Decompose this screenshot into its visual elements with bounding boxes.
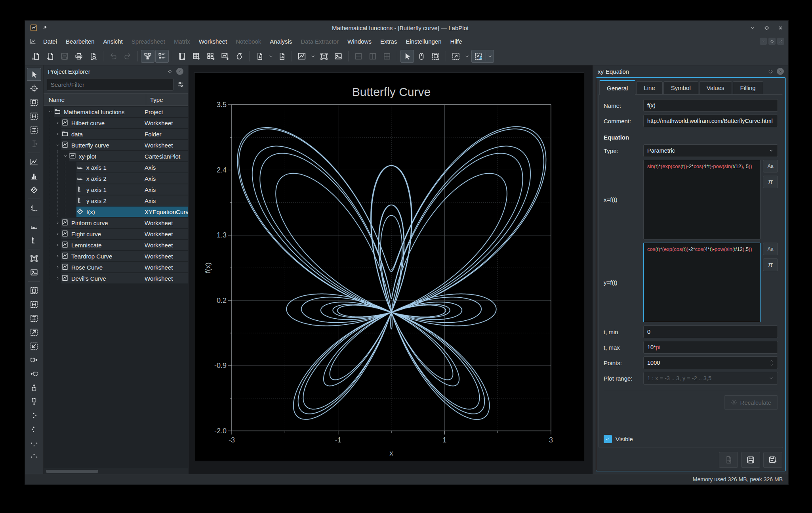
horizontal-scrollbar[interactable] xyxy=(44,469,188,474)
column-header-name[interactable]: Name xyxy=(44,94,146,105)
zoom-original-button[interactable]: 1 xyxy=(472,50,485,63)
save-as-template-button[interactable] xyxy=(763,452,782,468)
add-horizontal-axis-button[interactable] xyxy=(27,220,41,233)
scale-fit-button[interactable] xyxy=(27,450,41,463)
add-equation-curve-button[interactable] xyxy=(27,183,41,196)
select-mode-button[interactable] xyxy=(400,50,414,63)
butterfly-curve-plot[interactable]: -3-1133.52.41.30.2-0.9-2.0Butterfly Curv… xyxy=(194,73,583,460)
float-panel-icon[interactable] xyxy=(168,69,173,74)
zoom-in-y-selection-button[interactable] xyxy=(27,312,41,325)
print-preview-button[interactable] xyxy=(86,50,100,63)
add-text-label-button[interactable] xyxy=(27,252,41,265)
new-image-button[interactable] xyxy=(332,50,345,63)
t-max-field[interactable]: 10*pi xyxy=(643,341,778,354)
menu-windows[interactable]: Windows xyxy=(343,36,376,47)
toggle-project-explorer-button[interactable] xyxy=(141,50,154,63)
pin-icon[interactable] xyxy=(42,25,48,31)
export-data-button[interactable] xyxy=(275,50,288,63)
new-matrix-button[interactable] xyxy=(204,50,217,63)
minimize-button[interactable] xyxy=(750,25,756,31)
expander-icon[interactable] xyxy=(54,243,61,247)
close-button[interactable] xyxy=(778,25,783,31)
x-equation-input[interactable]: sin(t)*(exp(cos(t))-2*cos(4*t)-pow(sin(t… xyxy=(643,160,761,239)
tree-row-butterfly-curve[interactable]: Butterfly curveWorksheet xyxy=(44,140,188,150)
expander-icon[interactable] xyxy=(47,109,54,114)
menu-worksheet[interactable]: Worksheet xyxy=(194,36,231,47)
zoom-out-button[interactable] xyxy=(27,339,41,352)
mdi-close-button[interactable] xyxy=(777,38,784,45)
tree-row-piriform-curve[interactable]: Piriform curveWorksheet xyxy=(44,218,188,228)
new-project-button[interactable] xyxy=(29,50,43,63)
new-datapicker-button[interactable] xyxy=(233,50,246,63)
scale-auto-x-button[interactable] xyxy=(27,409,41,422)
expander-icon[interactable] xyxy=(62,154,69,159)
tree-row-eight-curve[interactable]: Eight curveWorksheet xyxy=(44,229,188,239)
zoom-y-selection-mode-button[interactable] xyxy=(27,123,41,136)
zoom-original[interactable]: 1 xyxy=(471,50,494,63)
tab-filling[interactable]: Filling xyxy=(733,81,763,94)
zoom-in-x-selection-button[interactable] xyxy=(27,298,41,311)
zoom-selection-mode-button[interactable] xyxy=(27,96,41,109)
comment-field[interactable]: http://mathworld.wolfram.com/ButterflyCu… xyxy=(643,115,778,127)
add-axis-button[interactable] xyxy=(27,201,41,214)
add-vertical-axis-button[interactable] xyxy=(27,234,41,247)
add-histogram-button[interactable] xyxy=(27,169,41,182)
scale-auto-button[interactable] xyxy=(27,436,41,450)
text-format-button[interactable]: Aa xyxy=(763,243,778,255)
crosshair-mode-button[interactable] xyxy=(415,50,428,63)
tab-line[interactable]: Line xyxy=(636,81,662,94)
shift-up-button[interactable] xyxy=(27,381,41,394)
open-project-button[interactable] xyxy=(44,50,57,63)
close-panel-icon[interactable] xyxy=(176,68,183,75)
shift-right-button[interactable] xyxy=(27,353,41,366)
spin-down-icon[interactable] xyxy=(769,363,774,367)
tree-row-x-axis-1[interactable]: x axis 1Axis xyxy=(44,162,188,172)
scrollbar-handle[interactable] xyxy=(46,470,98,473)
save-template-button[interactable] xyxy=(741,452,760,468)
close-panel-icon[interactable] xyxy=(777,68,784,75)
new-plot-button[interactable] xyxy=(295,50,309,63)
menu-einstellungen[interactable]: Einstellungen xyxy=(401,36,446,47)
menu-hilfe[interactable]: Hilfe xyxy=(446,36,467,47)
expander-icon[interactable] xyxy=(54,121,61,125)
expander-icon[interactable] xyxy=(54,220,61,225)
tree-row-xy-plot[interactable]: xy-plotCartesianPlot xyxy=(44,151,188,161)
tree-row-f-x[interactable]: f(x)XYEquationCurve xyxy=(44,207,188,217)
text-format-button[interactable]: Aa xyxy=(763,160,778,172)
visible-checkbox[interactable] xyxy=(604,435,612,443)
tree-row-y-axis-1[interactable]: y axis 1Axis xyxy=(44,184,188,195)
shift-down-button[interactable] xyxy=(27,395,41,408)
new-spreadsheet-button[interactable] xyxy=(190,50,203,63)
menu-datei[interactable]: Datei xyxy=(39,36,61,47)
worksheet-view[interactable]: -3-1133.52.41.30.2-0.9-2.0Butterfly Curv… xyxy=(189,65,593,474)
tree-row-teardrop-curve[interactable]: Teardrop CurveWorksheet xyxy=(44,251,188,261)
import-data-dropdown-icon[interactable] xyxy=(267,50,274,63)
expander-icon[interactable] xyxy=(54,265,61,270)
import-data-button[interactable] xyxy=(253,50,266,63)
new-text-label-button[interactable] xyxy=(317,50,331,63)
column-header-type[interactable]: Type xyxy=(146,96,188,103)
tree-row-lemniscate[interactable]: LemniscateWorksheet xyxy=(44,240,188,250)
zoom-in-selection-button[interactable] xyxy=(27,284,41,297)
scale-auto-y-button[interactable] xyxy=(27,423,41,436)
maximize-button[interactable] xyxy=(764,25,770,31)
zoom-select-mode-button[interactable] xyxy=(429,50,442,63)
titlebar[interactable]: Mathematical functions - [Butterfly curv… xyxy=(25,21,788,35)
worksheet-page[interactable]: -3-1133.52.41.30.2-0.9-2.0Butterfly Curv… xyxy=(194,73,584,461)
select-mode-button[interactable] xyxy=(27,68,41,81)
expander-icon[interactable] xyxy=(54,232,61,236)
menu-analysis[interactable]: Analysis xyxy=(265,36,296,47)
mdi-restore-button[interactable] xyxy=(768,38,776,45)
float-panel-icon[interactable] xyxy=(768,69,773,74)
zoom-original-dropdown-icon[interactable] xyxy=(486,50,494,63)
menu-bearbeiten[interactable]: Bearbeiten xyxy=(61,36,99,47)
expander-icon[interactable] xyxy=(54,254,61,258)
tab-general[interactable]: General xyxy=(599,80,635,95)
tree-row-devil-s-curve[interactable]: Devil's CurveWorksheet xyxy=(44,273,188,283)
menu-ansicht[interactable]: Ansicht xyxy=(99,36,127,47)
menu-extras[interactable]: Extras xyxy=(376,36,402,47)
equation-type-select[interactable]: Parametric xyxy=(643,144,778,157)
shift-left-button[interactable] xyxy=(27,367,41,380)
spin-up-icon[interactable] xyxy=(769,359,774,363)
t-min-field[interactable]: 0 xyxy=(643,325,778,338)
